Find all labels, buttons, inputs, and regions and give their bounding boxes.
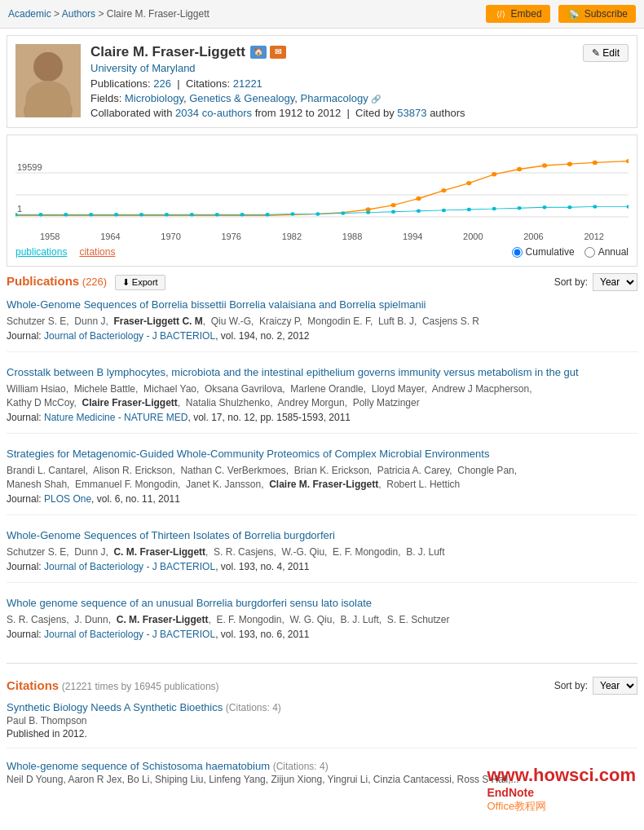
- profile-stats: Publications: 226 | Citations: 21221: [90, 77, 583, 90]
- svg-point-17: [626, 159, 629, 163]
- svg-point-20: [64, 213, 68, 217]
- citations-count-link[interactable]: 21221: [233, 77, 262, 90]
- svg-point-8: [390, 203, 395, 207]
- citations-sort-select[interactable]: Year: [593, 677, 637, 695]
- sort-area: Sort by: Year: [554, 273, 637, 291]
- legend-citations[interactable]: citations: [79, 246, 115, 258]
- embed-button[interactable]: ⟨/⟩ Embed: [486, 5, 550, 23]
- pub-authors: Schutzer S. E, Dunn J, C. M. Fraser-Ligg…: [7, 545, 637, 559]
- journal-link[interactable]: Journal of Bacteriology - J BACTERIOL: [44, 629, 215, 640]
- svg-point-24: [165, 213, 169, 217]
- chart-y-top: 19599: [17, 162, 42, 172]
- publications-title-area: Publications (226) ⬇ Export: [7, 274, 165, 290]
- journal-link[interactable]: PLOS One: [44, 493, 91, 505]
- chart-svg: [15, 158, 629, 232]
- svg-point-3: [27, 95, 69, 117]
- bold-author: C. M. Fraser-Liggett: [113, 546, 205, 558]
- field-microbiology[interactable]: Microbiology: [125, 92, 183, 104]
- cited-by-link[interactable]: 53873: [397, 107, 426, 119]
- bold-author: Claire Fraser-Liggett: [82, 397, 177, 408]
- citations-count: (21221 times by 16945 publications): [62, 681, 219, 692]
- sort-select[interactable]: Year: [593, 273, 637, 291]
- svg-point-15: [567, 162, 572, 166]
- divider: [7, 663, 637, 664]
- svg-point-14: [542, 163, 547, 167]
- journal-link[interactable]: Journal of Bacteriology - J BACTERIOL: [44, 330, 215, 342]
- svg-point-29: [290, 212, 294, 216]
- svg-point-39: [542, 205, 546, 209]
- bold-author: Fraser-Liggett C. M: [113, 316, 202, 327]
- pub-item: Whole-Genome Sequences of Thirteen Isola…: [7, 528, 637, 583]
- svg-point-9: [416, 196, 421, 201]
- edit-button[interactable]: ✎ Edit: [583, 44, 629, 62]
- pub-title-link[interactable]: Whole-Genome Sequences of Borrelia bisse…: [7, 298, 426, 311]
- svg-point-2: [24, 93, 73, 117]
- cite-item: Synthetic Biology Needs A Synthetic Bioe…: [7, 701, 637, 748]
- home-icon[interactable]: 🏠: [250, 46, 267, 59]
- avatar: [15, 44, 81, 117]
- export-button[interactable]: ⬇ Export: [115, 275, 165, 290]
- svg-point-13: [517, 167, 522, 171]
- svg-point-25: [190, 213, 194, 217]
- annual-radio-label[interactable]: Annual: [584, 246, 629, 258]
- cite-title-link[interactable]: Whole-genome sequence of Schistosoma hae…: [7, 760, 270, 772]
- pub-authors: William Hsiao, Michele Battle, Michael Y…: [7, 382, 637, 410]
- cumulative-radio-label[interactable]: Cumulative: [512, 246, 575, 258]
- subscribe-button[interactable]: 📡 Subscribe: [558, 5, 636, 23]
- pub-journal: Journal: PLOS One, vol. 6, no. 11, 2011: [7, 493, 637, 505]
- pub-authors: Schutzer S. E, Dunn J, Fraser-Liggett C.…: [7, 315, 637, 329]
- cite-title-link[interactable]: Synthetic Biology Needs A Synthetic Bioe…: [7, 701, 223, 713]
- pub-journal: Journal: Journal of Bacteriology - J BAC…: [7, 629, 637, 640]
- svg-point-28: [265, 213, 269, 217]
- journal-link[interactable]: Nature Medicine - NATURE MED: [44, 412, 187, 423]
- field-genetics[interactable]: Genetics & Genealogy: [189, 92, 294, 104]
- pub-item: Whole genome sequence of an unusual Borr…: [7, 596, 637, 650]
- legend-publications[interactable]: publications: [15, 246, 67, 258]
- journal-link[interactable]: Journal of Bacteriology - J BACTERIOL: [44, 561, 215, 572]
- chart-section: 19599: [7, 135, 637, 267]
- breadcrumb-authors[interactable]: Authors: [62, 8, 95, 20]
- pub-authors: Brandi L. Cantarel, Alison R. Erickson, …: [7, 464, 637, 492]
- svg-point-11: [466, 181, 471, 185]
- citations-sort-area: Sort by: Year: [554, 677, 637, 695]
- svg-point-22: [114, 213, 118, 217]
- cumulative-radio[interactable]: [512, 247, 523, 258]
- svg-point-16: [593, 161, 598, 165]
- cite-item-year: Published in 2012.: [7, 728, 637, 739]
- field-pharmacology[interactable]: Pharmacology: [301, 92, 368, 104]
- pub-title-link[interactable]: Strategies for Metagenomic-Guided Whole-…: [7, 448, 489, 460]
- svg-point-34: [417, 210, 421, 214]
- cite-item: Whole-genome sequence of Schistosoma hae…: [7, 760, 637, 793]
- svg-point-27: [240, 213, 245, 217]
- pub-title-link[interactable]: Crosstalk between B lymphocytes, microbi…: [7, 366, 579, 378]
- coauthors-link[interactable]: 2034 co-authors: [175, 107, 255, 119]
- profile-header: Claire M. Fraser-Liggett 🏠 ✉ University …: [15, 44, 583, 119]
- svg-point-21: [89, 213, 93, 217]
- pub-title-link[interactable]: Whole-Genome Sequences of Thirteen Isola…: [7, 529, 335, 541]
- publications-count-link[interactable]: 226: [153, 77, 171, 90]
- svg-point-12: [492, 172, 496, 176]
- svg-point-40: [567, 205, 571, 209]
- publications-section: Publications (226) ⬇ Export Sort by: Yea…: [7, 273, 637, 650]
- affiliation-link[interactable]: University of Maryland: [90, 62, 196, 74]
- svg-point-37: [492, 207, 496, 211]
- pub-title-link[interactable]: Whole genome sequence of an unusual Borr…: [7, 597, 372, 609]
- affiliation: University of Maryland: [90, 62, 583, 74]
- annual-radio[interactable]: [584, 247, 595, 258]
- cite-badge: (Citations: 4): [273, 761, 329, 772]
- breadcrumb-academic[interactable]: Academic: [8, 8, 51, 20]
- pub-item: Whole-Genome Sequences of Borrelia bisse…: [7, 298, 637, 352]
- collab-info: Collaborated with 2034 co-authors from 1…: [90, 107, 583, 119]
- top-bar: Academic > Authors > Claire M. Fraser-Li…: [0, 0, 644, 29]
- cite-title-row: Synthetic Biology Needs A Synthetic Bioe…: [7, 701, 637, 713]
- pub-journal: Journal: Nature Medicine - NATURE MED, v…: [7, 412, 637, 423]
- svg-point-10: [441, 188, 446, 192]
- email-icon[interactable]: ✉: [270, 46, 286, 59]
- svg-point-23: [139, 213, 143, 217]
- profile-section: ✎ Edit Claire M. Fraser-Liggett 🏠 ✉ Univ…: [7, 35, 637, 128]
- breadcrumb-current: Claire M. Fraser-Liggett: [107, 8, 210, 20]
- pub-journal: Journal: Journal of Bacteriology - J BAC…: [7, 561, 637, 572]
- cite-item-author: Paul B. Thompson: [7, 715, 637, 726]
- embed-icon: ⟨/⟩: [494, 9, 508, 20]
- pub-item: Crosstalk between B lymphocytes, microbi…: [7, 365, 637, 434]
